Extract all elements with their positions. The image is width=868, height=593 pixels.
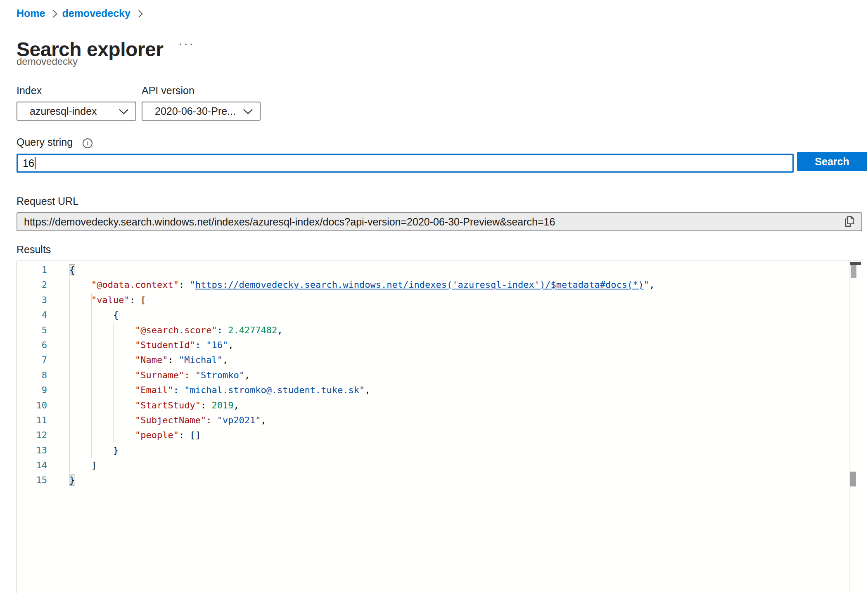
code-token: "michal.stromko@.student.tuke.sk" (184, 385, 365, 395)
code-token: : (206, 415, 217, 425)
query-input-value: 16 (23, 157, 34, 169)
code-line: "Name": "Michal", (69, 353, 845, 368)
line-number: 15 (17, 473, 47, 488)
code-line: } (69, 443, 845, 458)
results-json-editor[interactable]: 123456789101112131415 { "@odata.context"… (17, 261, 862, 593)
code-token: , (277, 325, 282, 335)
code-token: " (190, 280, 195, 290)
chevron-down-icon (119, 105, 129, 117)
search-button[interactable]: Search (797, 152, 867, 171)
code-token: "SubjectName" (135, 415, 206, 425)
code-line: "Email": "michal.stromko@.student.tuke.s… (69, 383, 845, 398)
code-token: "people" (135, 430, 179, 440)
line-number: 10 (17, 398, 47, 413)
code-token: , (365, 385, 370, 395)
code-token (69, 385, 135, 395)
api-version-dropdown[interactable]: 2020-06-30-Pre... (142, 102, 261, 121)
api-version-dropdown-value: 2020-06-30-Pre... (155, 105, 236, 117)
code-token: ] (91, 460, 97, 470)
code-token: "StudentId" (135, 340, 195, 350)
line-number: 7 (17, 353, 47, 368)
editor-scrollbar-track (849, 261, 850, 593)
text-cursor (35, 157, 36, 169)
code-token: , (228, 340, 233, 350)
code-token (69, 280, 91, 290)
breadcrumb: Home demovedecky (17, 7, 142, 19)
code-token: "StartStudy" (135, 400, 201, 410)
odata-context-link[interactable]: https://demovedecky.search.windows.net/i… (195, 280, 644, 290)
code-token (69, 310, 113, 320)
code-line: { (69, 263, 845, 278)
line-number: 3 (17, 293, 47, 308)
more-options-button[interactable]: ··· (178, 37, 194, 50)
code-token: "Surname" (135, 370, 184, 380)
code-line: "value": [ (69, 293, 845, 308)
code-token: : (201, 400, 212, 410)
code-token (69, 370, 135, 380)
line-number: 5 (17, 323, 47, 338)
code-token: "Stromko" (195, 370, 244, 380)
code-token: } (69, 475, 75, 485)
code-line: "StartStudy": 2019, (69, 398, 845, 413)
line-number: 6 (17, 338, 47, 353)
code-line: } (69, 473, 845, 488)
request-url-value: https://demovedecky.search.windows.net/i… (24, 216, 842, 228)
copy-icon (843, 214, 856, 230)
code-token: : (179, 280, 190, 290)
code-token: " (644, 280, 649, 290)
code-token: "Name" (135, 355, 168, 365)
code-token: : [] (179, 430, 201, 440)
editor-gutter: 123456789101112131415 (17, 263, 47, 488)
chevron-right-icon (50, 10, 57, 17)
code-token (69, 355, 135, 365)
line-number: 8 (17, 368, 47, 383)
code-token: "@odata.context" (91, 280, 179, 290)
code-token: , (233, 400, 239, 410)
code-token: : (195, 340, 206, 350)
code-token: : (184, 370, 195, 380)
page-subtitle: demovedecky (17, 56, 78, 67)
chevron-down-icon (243, 105, 253, 117)
code-line: { (69, 308, 845, 323)
code-token: { (113, 310, 119, 320)
breadcrumb-link-home[interactable]: Home (17, 7, 45, 19)
code-token: : (168, 355, 179, 365)
code-token: } (113, 445, 119, 455)
index-label: Index (17, 85, 42, 97)
query-string-label: Query string (17, 136, 73, 148)
request-url-field[interactable]: https://demovedecky.search.windows.net/i… (17, 212, 862, 231)
code-line: "@search.score": 2.4277482, (69, 323, 845, 338)
editor-scrollbar-thumb[interactable] (851, 265, 856, 278)
code-token (69, 325, 135, 335)
line-number: 13 (17, 443, 47, 458)
code-token (69, 430, 135, 440)
chevron-right-icon (135, 10, 142, 17)
info-icon[interactable]: i (83, 138, 92, 148)
line-number: 2 (17, 278, 47, 292)
code-token (69, 340, 135, 350)
code-token: , (649, 280, 655, 290)
breadcrumb-link-demovedecky[interactable]: demovedecky (62, 7, 130, 19)
copy-button[interactable] (842, 214, 856, 229)
line-number: 4 (17, 308, 47, 323)
code-token: , (261, 415, 266, 425)
code-token: "Email" (135, 385, 173, 395)
code-token: "vp2021" (217, 415, 261, 425)
code-token: , (223, 355, 228, 365)
code-token (69, 415, 135, 425)
editor-code: { "@odata.context": "https://demovedecky… (69, 263, 845, 488)
page-scrollbar-thumb[interactable] (850, 472, 856, 486)
api-version-label: API version (142, 85, 194, 97)
code-token: : (217, 325, 228, 335)
code-token: : (173, 385, 185, 395)
line-number: 9 (17, 383, 47, 398)
code-line: "SubjectName": "vp2021", (69, 413, 845, 428)
code-line: "people": [] (69, 428, 845, 443)
code-token: 2019 (211, 400, 233, 410)
index-dropdown-value: azuresql-index (30, 105, 97, 117)
query-input[interactable]: 16 (17, 154, 794, 173)
code-token (69, 400, 135, 410)
results-label: Results (17, 244, 51, 256)
code-token (69, 445, 113, 455)
index-dropdown[interactable]: azuresql-index (17, 102, 136, 121)
